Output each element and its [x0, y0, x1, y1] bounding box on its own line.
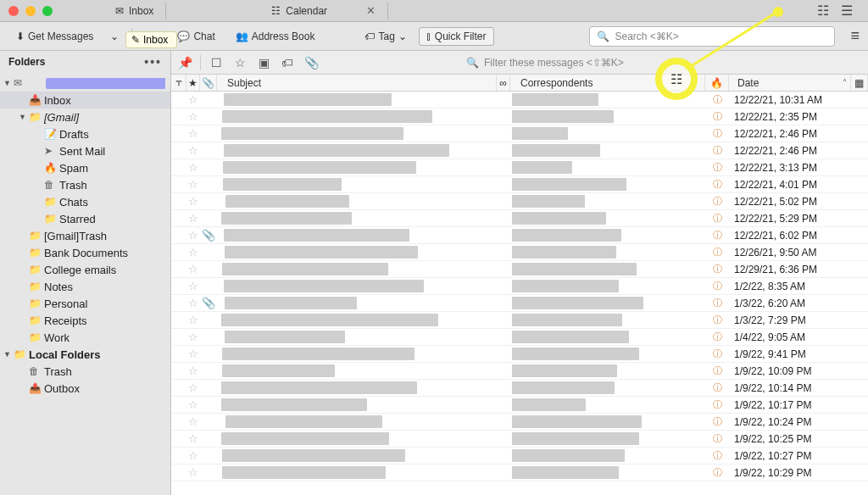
subject-column-header[interactable]: Subject: [217, 75, 497, 91]
folder-work[interactable]: 📁Work: [0, 329, 170, 346]
tab-calendar[interactable]: ☷ Calendar ✕: [259, 3, 388, 19]
folder-spam[interactable]: 🔥Spam: [0, 159, 170, 176]
address-book-button[interactable]: 👥 Address Book: [228, 27, 323, 46]
quick-filter-button[interactable]: ⫿ Quick Filter: [419, 27, 494, 46]
spam-cell[interactable]: ⓘ: [705, 280, 729, 292]
star-cell[interactable]: ☆: [186, 432, 200, 445]
message-row[interactable]: ☆ⓘ1/9/22, 10:25 PM: [171, 431, 868, 448]
get-messages-dropdown[interactable]: ⌄: [106, 27, 123, 46]
message-row[interactable]: ☆ⓘ12/29/21, 6:36 PM: [171, 261, 868, 278]
filter-messages-input[interactable]: 🔍 Filter these messages <⇧⌘K>: [466, 54, 704, 71]
column-picker-button[interactable]: ▦: [851, 75, 868, 91]
spam-cell[interactable]: ⓘ: [705, 195, 729, 208]
message-row[interactable]: ☆ⓘ12/22/21, 5:02 PM: [171, 193, 868, 210]
starred-toggle[interactable]: ☆: [231, 54, 248, 71]
message-row[interactable]: ☆ⓘ12/22/21, 5:29 PM: [171, 210, 868, 227]
star-cell[interactable]: ☆: [186, 263, 200, 275]
get-messages-button[interactable]: ⬇ Get Messages: [8, 27, 101, 46]
pin-toggle[interactable]: 📌: [176, 54, 193, 71]
folder-outbox[interactable]: 📤Outbox: [0, 380, 170, 397]
message-row[interactable]: ☆ⓘ1/3/22, 7:29 PM: [171, 312, 868, 329]
spam-cell[interactable]: ⓘ: [705, 144, 729, 157]
folder-drafts[interactable]: 📝Drafts: [0, 125, 170, 142]
spam-cell[interactable]: ⓘ: [705, 297, 729, 309]
spam-cell[interactable]: ⓘ: [705, 263, 729, 275]
folder-starred[interactable]: 📁Starred: [0, 210, 170, 227]
star-cell[interactable]: ☆: [186, 331, 200, 343]
calendar-toolbar-icon[interactable]: ☷: [815, 3, 831, 19]
spam-cell[interactable]: ⓘ: [705, 314, 729, 326]
tasks-toolbar-icon[interactable]: ☰: [839, 3, 854, 19]
spam-cell[interactable]: ⓘ: [705, 212, 729, 225]
twisty-icon[interactable]: ▼: [3, 79, 14, 87]
message-row[interactable]: ☆📎ⓘ12/22/21, 6:02 PM: [171, 227, 868, 244]
star-cell[interactable]: ☆: [186, 415, 200, 428]
message-row[interactable]: ☆ⓘ1/9/22, 10:24 PM: [171, 414, 868, 431]
attachment-toggle[interactable]: 📎: [303, 54, 320, 71]
spam-cell[interactable]: ⓘ: [705, 398, 729, 411]
message-row[interactable]: ☆ⓘ1/9/22, 10:09 PM: [171, 363, 868, 380]
star-cell[interactable]: ☆: [186, 398, 200, 411]
message-row[interactable]: ☆ⓘ12/26/21, 9:50 AM: [171, 244, 868, 261]
contact-toggle[interactable]: ▣: [255, 54, 272, 71]
chat-button[interactable]: 💬 Chat: [170, 27, 222, 46]
close-window-button[interactable]: [8, 6, 19, 16]
folder-local-folders[interactable]: ▼📁Local Folders: [0, 346, 170, 363]
star-cell[interactable]: ☆: [186, 466, 200, 479]
star-cell[interactable]: ☆: [186, 449, 200, 462]
star-cell[interactable]: ☆: [186, 144, 200, 157]
spam-cell[interactable]: ⓘ: [705, 178, 729, 191]
thread-column-header[interactable]: ⥾: [171, 75, 186, 91]
message-row[interactable]: ☆ⓘ1/9/22, 10:17 PM: [171, 397, 868, 414]
date-column-header[interactable]: Date ˄: [729, 75, 851, 91]
global-search-input[interactable]: 🔍 Search <⌘K>: [589, 26, 835, 47]
spam-cell[interactable]: ⓘ: [705, 331, 729, 343]
folder-college-emails[interactable]: 📁College emails: [0, 261, 170, 278]
folder-notes[interactable]: 📁Notes: [0, 278, 170, 295]
tab-inbox[interactable]: ✉ Inbox: [103, 3, 166, 19]
spam-cell[interactable]: ⓘ: [705, 466, 729, 479]
folder-bank-documents[interactable]: 📁Bank Documents: [0, 244, 170, 261]
app-menu-button[interactable]: ≡: [850, 27, 860, 45]
spam-cell[interactable]: ⓘ: [705, 432, 729, 445]
minimize-window-button[interactable]: [25, 6, 36, 16]
tags-toggle[interactable]: 🏷: [279, 54, 296, 71]
twisty-icon[interactable]: ▼: [19, 113, 29, 121]
folder-trash[interactable]: 🗑Trash: [0, 176, 170, 193]
spam-column-header[interactable]: 🔥: [705, 75, 729, 91]
spam-cell[interactable]: ⓘ: [705, 348, 729, 360]
message-row[interactable]: ☆ⓘ12/22/21, 2:46 PM: [171, 125, 868, 142]
folder-inbox[interactable]: 📥Inbox: [0, 92, 170, 108]
star-cell[interactable]: ☆: [186, 246, 200, 259]
star-column-header[interactable]: ★: [186, 75, 200, 91]
star-cell[interactable]: ☆: [186, 161, 200, 174]
message-row[interactable]: ☆ⓘ12/22/21, 4:01 PM: [171, 176, 868, 193]
close-tab-button[interactable]: ✕: [366, 4, 376, 17]
folder-sent-mail[interactable]: ➤Sent Mail: [0, 142, 170, 159]
star-cell[interactable]: ☆: [186, 297, 200, 309]
twisty-icon[interactable]: ▼: [3, 350, 14, 359]
folder-chats[interactable]: 📁Chats: [0, 193, 170, 210]
message-row[interactable]: ☆ⓘ1/2/22, 8:35 AM: [171, 278, 868, 295]
folder-account[interactable]: ▼✉: [0, 75, 170, 92]
star-cell[interactable]: ☆: [186, 110, 200, 123]
tag-dropdown[interactable]: 🏷 Tag ⌄: [358, 28, 413, 45]
spam-cell[interactable]: ⓘ: [705, 110, 729, 123]
spam-cell[interactable]: ⓘ: [705, 127, 729, 140]
spam-cell[interactable]: ⓘ: [705, 246, 729, 259]
folder--gmail-[interactable]: ▼📁[Gmail]: [0, 108, 170, 125]
message-row[interactable]: ☆ⓘ1/9/22, 10:27 PM: [171, 448, 868, 464]
message-row[interactable]: ☆ⓘ1/9/22, 10:14 PM: [171, 380, 868, 397]
spam-cell[interactable]: ⓘ: [705, 381, 729, 394]
message-row[interactable]: ☆📎ⓘ1/3/22, 6:20 AM: [171, 295, 868, 312]
read-column-header[interactable]: ∞: [497, 75, 510, 91]
unread-toggle[interactable]: ☐: [208, 54, 225, 71]
spam-cell[interactable]: ⓘ: [705, 229, 729, 242]
maximize-window-button[interactable]: [42, 6, 53, 16]
star-cell[interactable]: ☆: [186, 381, 200, 394]
message-row[interactable]: ☆ⓘ12/22/21, 10:31 AM: [171, 92, 868, 108]
star-cell[interactable]: ☆: [186, 348, 200, 360]
spam-cell[interactable]: ⓘ: [705, 93, 729, 106]
message-row[interactable]: ☆ⓘ1/4/22, 9:05 AM: [171, 329, 868, 346]
spam-cell[interactable]: ⓘ: [705, 161, 729, 174]
